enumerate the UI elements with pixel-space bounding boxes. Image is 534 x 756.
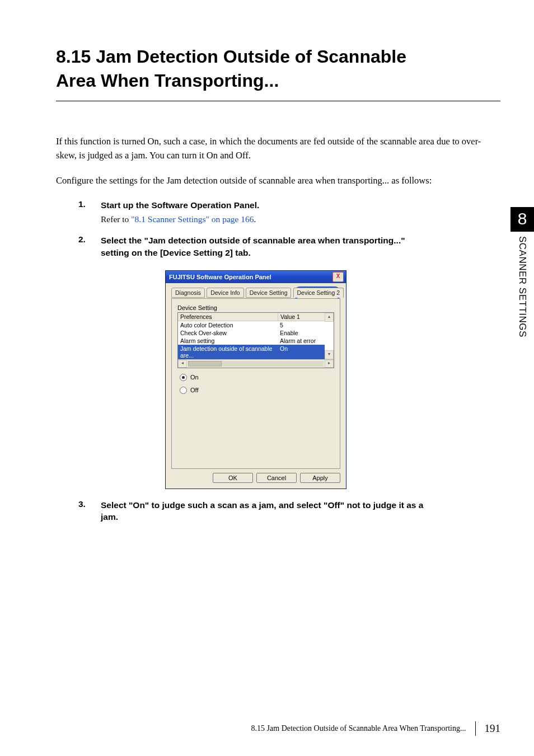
listview-rows: Auto color Detection 5 Check Over-skew E… [178, 321, 334, 359]
step-3: 3. Select "On" to judge such a scan as a… [78, 499, 433, 523]
ok-button[interactable]: OK [213, 473, 253, 483]
section-title-line1: 8.15 Jam Detection Outside of Scannable [56, 45, 500, 69]
list-cell-value: 5 [278, 321, 325, 329]
step-1-note-prefix: Refer to [101, 214, 131, 224]
tab-device-info[interactable]: Device Info [207, 288, 244, 298]
list-row[interactable]: Alarm setting Alarm at error [178, 337, 325, 345]
step-2-body: Select the "Jam detection outside of sca… [101, 234, 433, 259]
list-cell-pref: Jam detection outside of scannable are..… [178, 345, 278, 359]
step-3-body: Select "On" to judge such a scan as a ja… [101, 499, 433, 523]
intro-paragraph: If this function is turned On, such a ca… [56, 135, 500, 163]
list-cell-pref: Auto color Detection [178, 321, 278, 329]
section-title-line2: Area When Transporting... [56, 69, 500, 93]
list-row-selected[interactable]: Jam detection outside of scannable are..… [178, 345, 325, 359]
figure: FUJITSU Software Operation Panel X Diagn… [78, 270, 433, 489]
preferences-listview[interactable]: Preferences Value 1 ▴ Auto color Detecti… [177, 312, 334, 368]
tab-panel-device-setting-2: Device Setting Preferences Value 1 ▴ Aut… [171, 298, 340, 469]
step-1-heading: Start up the Software Operation Panel. [101, 199, 433, 212]
dialog-title: FUJITSU Software Operation Panel [169, 274, 271, 280]
step-1: 1. Start up the Software Operation Panel… [78, 199, 433, 225]
step-3-number: 3. [78, 499, 101, 523]
dialog-button-row: OK Cancel Apply [171, 473, 340, 483]
list-cell-pref: Check Over-skew [178, 329, 278, 337]
side-tab: 8 SCANNER SETTINGS [510, 207, 534, 337]
radio-group-on-off: On Off [177, 374, 334, 394]
step-2-heading: Select the "Jam detection outside of sca… [101, 234, 433, 259]
tab-diagnosis[interactable]: Diagnosis [171, 288, 205, 298]
list-cell-value: Enable [278, 329, 325, 337]
radio-off-indicator [180, 387, 187, 394]
radio-off[interactable]: Off [180, 387, 334, 394]
configure-line: Configure the settings for the Jam detec… [56, 174, 500, 188]
tab-row: Diagnosis Device Info Device Setting Dev… [171, 288, 340, 299]
section-title: 8.15 Jam Detection Outside of Scannable … [56, 45, 500, 93]
step-1-note-suffix: . [254, 214, 256, 224]
tab-device-setting-2[interactable]: Device Setting 2 [293, 288, 344, 298]
footer-running-head: 8.15 Jam Detection Outside of Scannable … [251, 724, 466, 733]
section-rule [56, 101, 500, 101]
dialog-software-operation-panel: FUJITSU Software Operation Panel X Diagn… [165, 270, 346, 489]
close-icon[interactable]: X [332, 272, 344, 282]
radio-off-label: Off [190, 387, 198, 393]
hscroll-thumb[interactable] [188, 361, 222, 367]
list-cell-value: Alarm at error [278, 337, 325, 345]
radio-on-label: On [190, 374, 199, 381]
scroll-left-icon[interactable]: ◂ [178, 360, 187, 368]
page-footer: 8.15 Jam Detection Outside of Scannable … [251, 721, 500, 736]
dialog-titlebar[interactable]: FUJITSU Software Operation Panel X [166, 271, 346, 283]
page: 8.15 Jam Detection Outside of Scannable … [0, 0, 534, 756]
list-row[interactable]: Check Over-skew Enable [178, 329, 325, 337]
cancel-button[interactable]: Cancel [256, 473, 297, 483]
dialog-body: Diagnosis Device Info Device Setting Dev… [166, 283, 346, 489]
step-1-xref[interactable]: "8.1 Scanner Settings" on page 166 [131, 214, 254, 224]
scroll-down-icon[interactable]: ▾ [325, 350, 334, 359]
step-2: 2. Select the "Jam detection outside of … [78, 234, 433, 259]
listview-header: Preferences Value 1 [178, 313, 334, 321]
tab-device-setting[interactable]: Device Setting [246, 288, 292, 298]
step-1-body: Start up the Software Operation Panel. R… [101, 199, 433, 225]
steps: 1. Start up the Software Operation Panel… [78, 199, 433, 523]
side-chapter-number: 8 [510, 207, 534, 232]
footer-page-number: 191 [485, 722, 501, 735]
step-2-number: 2. [78, 234, 101, 259]
listview-header-col1[interactable]: Preferences [178, 313, 278, 321]
side-chapter-title: SCANNER SETTINGS [517, 236, 528, 337]
radio-on-indicator [180, 374, 187, 381]
list-cell-pref: Alarm setting [178, 337, 278, 345]
apply-button[interactable]: Apply [300, 473, 340, 483]
step-1-note: Refer to "8.1 Scanner Settings" on page … [101, 214, 433, 224]
list-cell-value: On [278, 345, 325, 359]
hscroll-track[interactable] [188, 361, 324, 367]
step-3-heading: Select "On" to judge such a scan as a ja… [101, 499, 433, 523]
scroll-up-icon[interactable]: ▴ [325, 313, 334, 322]
scroll-right-icon[interactable]: ▸ [325, 360, 334, 368]
footer-separator [475, 721, 476, 736]
radio-on[interactable]: On [180, 374, 334, 381]
list-row[interactable]: Auto color Detection 5 [178, 321, 325, 329]
listview-hscroll[interactable]: ◂ ▸ [178, 359, 334, 368]
groupbox-label: Device Setting [177, 304, 334, 311]
step-1-number: 1. [78, 199, 101, 225]
